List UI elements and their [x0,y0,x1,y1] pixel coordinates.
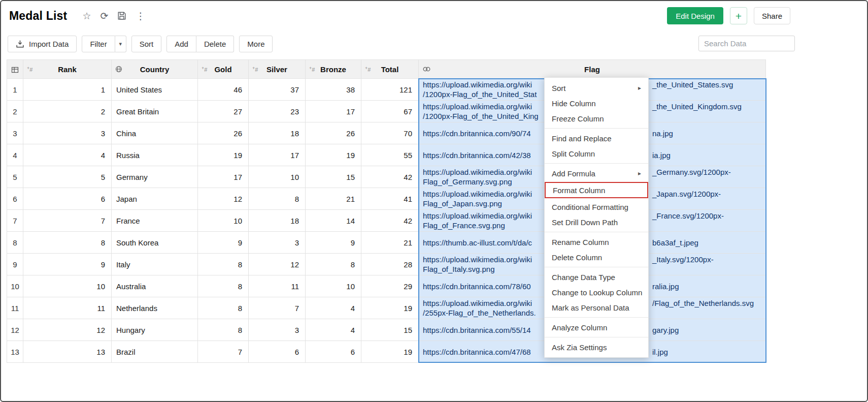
row-number[interactable]: 12 [7,319,23,341]
select-all-corner[interactable] [7,60,23,79]
cell-rank[interactable]: 10 [23,275,112,297]
cell-total[interactable]: 42 [361,166,419,188]
cell-country[interactable]: Netherlands [112,297,198,319]
cell-bronze[interactable]: 21 [306,188,361,210]
add-new-button[interactable]: + [730,7,747,24]
menu-item-mark-as-personal-data[interactable]: Mark as Personal Data [545,300,648,315]
cell-total[interactable]: 21 [361,232,419,254]
cell-country[interactable]: Japan [112,188,198,210]
cell-rank[interactable]: 2 [23,101,112,122]
cell-rank[interactable]: 8 [23,232,112,254]
cell-rank[interactable]: 4 [23,144,112,166]
cell-country[interactable]: Germany [112,166,198,188]
cell-gold[interactable]: 8 [198,254,249,275]
cell-total[interactable]: 19 [361,341,419,363]
cell-silver[interactable]: 7 [249,297,306,319]
cell-total[interactable]: 55 [361,144,419,166]
cell-silver[interactable]: 17 [249,144,306,166]
cell-gold[interactable]: 19 [198,144,249,166]
row-number[interactable]: 7 [7,210,23,232]
cell-bronze[interactable]: 17 [306,101,361,122]
cell-country[interactable]: Hungary [112,319,198,341]
menu-item-set-drill-down-path[interactable]: Set Drill Down Path [545,214,648,230]
cell-country[interactable]: China [112,122,198,144]
cell-bronze[interactable]: 15 [306,166,361,188]
column-header-bronze[interactable]: +#Bronze [306,60,361,79]
cell-silver[interactable]: 10 [249,166,306,188]
cell-bronze[interactable]: 6 [306,341,361,363]
cell-bronze[interactable]: 9 [306,232,361,254]
cell-gold[interactable]: 8 [198,275,249,297]
cell-bronze[interactable]: 19 [306,144,361,166]
cell-country[interactable]: Australia [112,275,198,297]
cell-country[interactable]: Brazil [112,341,198,363]
cell-total[interactable]: 15 [361,319,419,341]
row-number[interactable]: 9 [7,254,23,275]
cell-silver[interactable]: 3 [249,232,306,254]
import-data-button[interactable]: Import Data [8,36,77,52]
filter-dropdown-button[interactable]: ▾ [115,36,126,52]
delete-button[interactable]: Delete [196,36,234,52]
cell-country[interactable]: South Korea [112,232,198,254]
cell-gold[interactable]: 27 [198,101,249,122]
menu-item-split-column[interactable]: Split Column [545,146,648,161]
cell-country[interactable]: Italy [112,254,198,275]
cell-rank[interactable]: 3 [23,122,112,144]
menu-item-conditional-formatting[interactable]: Conditional Formatting [545,199,648,214]
cell-gold[interactable]: 17 [198,166,249,188]
save-icon[interactable] [117,11,126,20]
cell-rank[interactable]: 7 [23,210,112,232]
cell-rank[interactable]: 13 [23,341,112,363]
cell-silver[interactable]: 8 [249,188,306,210]
cell-bronze[interactable]: 38 [306,79,361,101]
column-header-silver[interactable]: +#Silver [249,60,306,79]
cell-total[interactable]: 41 [361,188,419,210]
filter-button[interactable]: Filter [82,36,115,52]
cell-country[interactable]: United States [112,79,198,101]
more-button[interactable]: More [239,36,273,52]
star-icon[interactable]: ☆ [82,11,91,21]
share-button[interactable]: Share [754,7,790,24]
column-header-gold[interactable]: +#Gold [198,60,249,79]
cell-gold[interactable]: 10 [198,210,249,232]
cell-total[interactable]: 19 [361,297,419,319]
row-number[interactable]: 13 [7,341,23,363]
menu-item-change-to-lookup-column[interactable]: Change to Lookup Column [545,285,648,300]
menu-item-hide-column[interactable]: Hide Column [545,96,648,111]
cell-rank[interactable]: 5 [23,166,112,188]
column-header-total[interactable]: +#Total [361,60,419,79]
column-header-flag[interactable]: Flag [419,60,766,79]
cell-bronze[interactable]: 4 [306,297,361,319]
menu-item-find-and-replace[interactable]: Find and Replace [545,131,648,146]
cell-rank[interactable]: 9 [23,254,112,275]
cell-silver[interactable]: 11 [249,275,306,297]
menu-item-change-data-type[interactable]: Change Data Type [545,269,648,285]
cell-silver[interactable]: 37 [249,79,306,101]
cell-gold[interactable]: 8 [198,297,249,319]
menu-item-freeze-column[interactable]: Freeze Column [545,111,648,126]
cell-total[interactable]: 28 [361,254,419,275]
menu-item-analyze-column[interactable]: Analyze Column [545,320,648,335]
menu-item-sort[interactable]: Sort▸ [545,80,648,96]
search-input[interactable] [698,36,795,51]
row-number[interactable]: 11 [7,297,23,319]
row-number[interactable]: 10 [7,275,23,297]
cell-silver[interactable]: 18 [249,210,306,232]
cell-silver[interactable]: 12 [249,254,306,275]
cell-gold[interactable]: 26 [198,122,249,144]
cell-gold[interactable]: 46 [198,79,249,101]
cell-country[interactable]: Russia [112,144,198,166]
refresh-icon[interactable]: ⟳ [101,11,109,21]
row-number[interactable]: 1 [7,79,23,101]
row-number[interactable]: 2 [7,101,23,122]
cell-bronze[interactable]: 4 [306,319,361,341]
cell-total[interactable]: 70 [361,122,419,144]
sort-button[interactable]: Sort [131,36,162,52]
menu-item-rename-column[interactable]: Rename Column [545,234,648,250]
cell-country[interactable]: France [112,210,198,232]
edit-design-button[interactable]: Edit Design [667,7,723,24]
row-number[interactable]: 5 [7,166,23,188]
cell-silver[interactable]: 6 [249,341,306,363]
cell-total[interactable]: 67 [361,101,419,122]
menu-item-delete-column[interactable]: Delete Column [545,250,648,265]
